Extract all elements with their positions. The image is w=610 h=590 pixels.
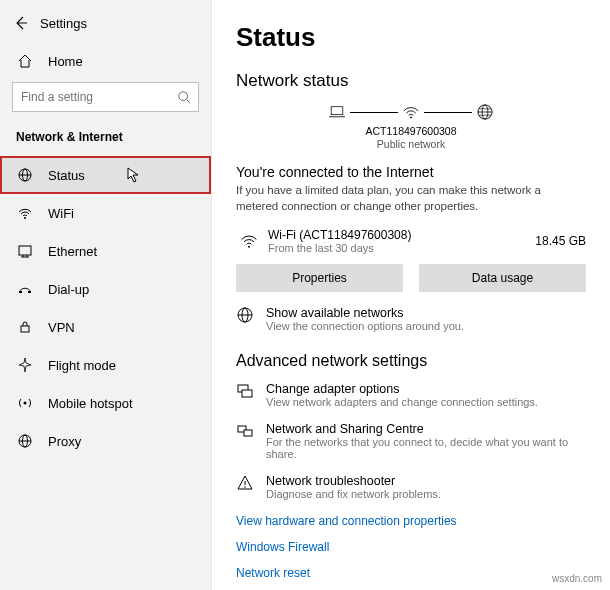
link-firewall[interactable]: Windows Firewall [236,540,586,554]
diagram-type: Public network [236,138,586,151]
titlebar: Settings [0,10,211,44]
link-network-reset[interactable]: Network reset [236,566,586,580]
entry-title: Network and Sharing Centre [266,422,586,436]
wifi-icon [402,103,420,121]
connected-desc: If you have a limited data plan, you can… [236,183,586,214]
globe-icon [476,103,494,121]
search-wrap [12,82,199,112]
sidebar-item-status[interactable]: Status [0,156,211,194]
airplane-icon [16,356,34,374]
sidebar-item-hotspot[interactable]: Mobile hotspot [0,384,211,422]
globe-icon [236,306,254,324]
network-diagram [236,103,586,121]
sidebar-item-dialup[interactable]: Dial-up [0,270,211,308]
link-hardware-props[interactable]: View hardware and connection properties [236,514,586,528]
sidebar: Settings Home Network & Internet Status [0,0,212,590]
connection-name: Wi-Fi (ACT118497600308) [268,228,525,242]
diagram-line [350,112,398,113]
entry-title: Network troubleshooter [266,474,441,488]
app-title: Settings [40,16,87,31]
svg-point-13 [24,402,27,405]
page-title: Status [236,22,586,53]
sidebar-category: Network & Internet [0,124,211,156]
adapter-options-entry[interactable]: Change adapter options View network adap… [236,382,586,408]
svg-point-18 [410,117,412,119]
sidebar-item-ethernet[interactable]: Ethernet [0,232,211,270]
entry-sub: Diagnose and fix network problems. [266,488,441,500]
wifi-icon [16,204,34,222]
svg-point-33 [244,486,246,488]
sidebar-item-label: VPN [48,320,75,335]
svg-point-24 [248,246,250,248]
sidebar-item-label: Dial-up [48,282,89,297]
back-button[interactable] [12,14,30,32]
connection-text: Wi-Fi (ACT118497600308) From the last 30… [268,228,525,254]
svg-rect-31 [244,430,252,436]
connection-row: Wi-Fi (ACT118497600308) From the last 30… [236,222,586,264]
data-usage-button[interactable]: Data usage [419,264,586,292]
button-row: Properties Data usage [236,264,586,292]
svg-point-5 [24,217,26,219]
sidebar-home[interactable]: Home [0,44,211,78]
sidebar-item-proxy[interactable]: Proxy [0,422,211,460]
warning-icon [236,474,254,492]
ethernet-icon [16,242,34,260]
sidebar-navlist: Status WiFi Ethernet Dial-up [0,156,211,460]
sidebar-item-label: WiFi [48,206,74,221]
home-label: Home [48,54,83,69]
diagram-caption: ACT118497600308 Public network [236,125,586,150]
entry-sub: View the connection options around you. [266,320,464,332]
sidebar-item-label: Proxy [48,434,81,449]
diagram-ssid: ACT118497600308 [236,125,586,138]
proxy-icon [16,432,34,450]
section-network-status: Network status [236,71,586,91]
svg-rect-6 [19,246,31,255]
sharing-icon [236,422,254,440]
cursor-icon [127,167,141,183]
svg-rect-17 [331,107,343,115]
wifi-icon [240,232,258,250]
sidebar-item-flightmode[interactable]: Flight mode [0,346,211,384]
svg-rect-29 [242,390,252,397]
connection-usage: 18.45 GB [535,234,586,248]
watermark: wsxdn.com [552,573,602,584]
troubleshooter-entry[interactable]: Network troubleshooter Diagnose and fix … [236,474,586,500]
sidebar-item-wifi[interactable]: WiFi [0,194,211,232]
entry-sub: For the networks that you connect to, de… [266,436,586,460]
globe-icon [16,166,34,184]
svg-rect-11 [28,291,31,293]
svg-rect-10 [19,291,22,293]
entry-title: Show available networks [266,306,464,320]
sidebar-item-label: Ethernet [48,244,97,259]
properties-button[interactable]: Properties [236,264,403,292]
connected-heading: You're connected to the Internet [236,164,586,180]
svg-rect-12 [21,326,29,332]
home-icon [16,52,34,70]
sidebar-item-label: Status [48,168,85,183]
connection-sub: From the last 30 days [268,242,525,254]
show-networks-entry[interactable]: Show available networks View the connect… [236,306,586,332]
adapter-icon [236,382,254,400]
entry-sub: View network adapters and change connect… [266,396,538,408]
entry-title: Change adapter options [266,382,538,396]
diagram-line [424,112,472,113]
vpn-icon [16,318,34,336]
sidebar-item-vpn[interactable]: VPN [0,308,211,346]
dialup-icon [16,280,34,298]
sidebar-item-label: Flight mode [48,358,116,373]
laptop-icon [328,103,346,121]
hotspot-icon [16,394,34,412]
section-advanced: Advanced network settings [236,352,586,370]
sidebar-item-label: Mobile hotspot [48,396,133,411]
sharing-centre-entry[interactable]: Network and Sharing Centre For the netwo… [236,422,586,460]
search-input[interactable] [12,82,199,112]
arrow-left-icon [13,15,29,31]
main-panel: Status Network status ACT118497600308 Pu… [212,0,610,590]
